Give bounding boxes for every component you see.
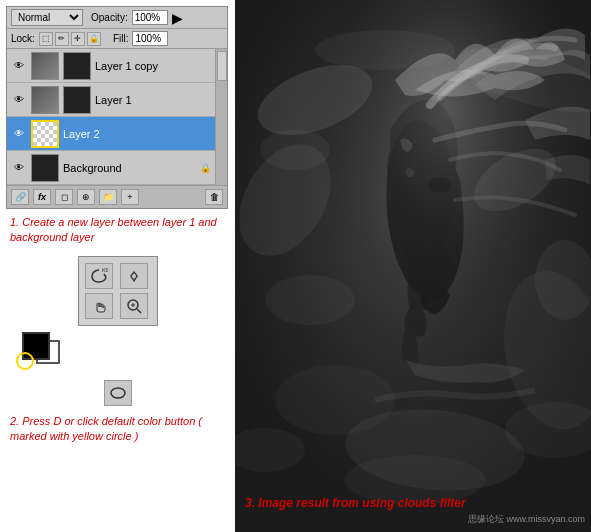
right-panel: 3. Image result from using clouds filter… — [235, 0, 591, 532]
ellipse-tool-btn[interactable] — [104, 380, 132, 406]
layer-row-1[interactable]: 👁 Layer 1 — [7, 83, 215, 117]
layer-mask-1 — [63, 86, 91, 114]
lock-all-btn[interactable]: 🔒 — [87, 32, 101, 46]
marquee-icon — [125, 267, 143, 285]
lock-position-btn[interactable]: ✛ — [71, 32, 85, 46]
delete-layer-btn[interactable]: 🗑 — [205, 189, 223, 205]
fill-input[interactable] — [132, 31, 168, 46]
eye-icon-copy[interactable]: 👁 — [11, 58, 27, 74]
layer-name-copy: Layer 1 copy — [95, 60, 211, 72]
layers-bottom-bar: 🔗 fx ◻ ⊕ 📁 + 🗑 — [7, 185, 227, 208]
layers-content: 👁 Layer 1 copy 👁 Layer 1 👁 Layer 2 — [7, 49, 227, 185]
left-panel: Normal Opacity: ▶ Lock: ⬚ ✏ ✛ 🔒 Fill: 👁 — [0, 0, 235, 532]
blend-mode-select[interactable]: Normal — [11, 9, 83, 26]
layer-row-bg[interactable]: 👁 Background 🔒 — [7, 151, 215, 185]
color-swatch-area — [10, 332, 225, 372]
opacity-input[interactable] — [132, 10, 168, 25]
layer-thumb-1 — [31, 86, 59, 114]
tools-panel: KB — [78, 256, 158, 326]
ellipse-icon — [109, 384, 127, 402]
lasso-icon: KB — [90, 267, 108, 285]
layer-name-2: Layer 2 — [63, 128, 211, 140]
link-layers-btn[interactable]: 🔗 — [11, 189, 29, 205]
zoom-tool-btn[interactable] — [120, 293, 148, 319]
eye-icon-2[interactable]: 👁 — [11, 126, 27, 142]
zoom-icon — [125, 297, 143, 315]
layer-thumb-copy — [31, 52, 59, 80]
group-btn[interactable]: 📁 — [99, 189, 117, 205]
lock-icon-bg: 🔒 — [200, 163, 211, 173]
opacity-label: Opacity: — [91, 12, 128, 23]
image-caption: 3. Image result from using clouds filter — [245, 495, 466, 512]
layer-mask-copy — [63, 52, 91, 80]
lock-icons: ⬚ ✏ ✛ 🔒 — [39, 32, 101, 46]
layer-thumb-2 — [31, 120, 59, 148]
layers-rows: 👁 Layer 1 copy 👁 Layer 1 👁 Layer 2 — [7, 49, 215, 185]
eye-icon-1[interactable]: 👁 — [11, 92, 27, 108]
watermark: 思缘论坛 www.missvyan.com — [468, 513, 585, 526]
svg-text:KB: KB — [102, 267, 108, 273]
layer-name-bg: Background — [63, 162, 196, 174]
caption-text: 3. Image result from using clouds filter — [245, 496, 466, 510]
mask-btn[interactable]: ◻ — [55, 189, 73, 205]
hand-tool-btn[interactable] — [85, 293, 113, 319]
scroll-thumb[interactable] — [217, 51, 227, 81]
layer-thumb-bg — [31, 154, 59, 182]
fill-label: Fill: — [113, 33, 129, 44]
layers-scrollbar[interactable] — [215, 49, 227, 185]
hand-icon — [90, 297, 108, 315]
eye-icon-bg[interactable]: 👁 — [11, 160, 27, 176]
layer-name-1: Layer 1 — [95, 94, 211, 106]
layers-second-bar: Lock: ⬚ ✏ ✛ 🔒 Fill: — [7, 29, 227, 49]
new-layer-btn[interactable]: + — [121, 189, 139, 205]
instruction-1: 1. Create a new layer between layer 1 an… — [6, 215, 229, 246]
svg-line-3 — [137, 309, 141, 313]
marquee-tool-btn[interactable] — [120, 263, 148, 289]
layers-panel: Normal Opacity: ▶ Lock: ⬚ ✏ ✛ 🔒 Fill: 👁 — [6, 6, 228, 209]
layer-row-2[interactable]: 👁 Layer 2 — [7, 117, 215, 151]
layers-top-bar: Normal Opacity: ▶ — [7, 7, 227, 29]
lock-transparent-btn[interactable]: ⬚ — [39, 32, 53, 46]
svg-point-6 — [111, 388, 125, 398]
smoke-face-image — [235, 0, 591, 532]
svg-rect-25 — [235, 0, 591, 532]
expand-icon[interactable]: ▶ — [172, 10, 183, 26]
lasso-tool-btn[interactable]: KB — [85, 263, 113, 289]
adjustment-btn[interactable]: ⊕ — [77, 189, 95, 205]
lock-label: Lock: — [11, 33, 35, 44]
yellow-circle-indicator — [16, 352, 34, 370]
tools-panel-wrapper: KB — [6, 256, 229, 406]
layer-row-copy[interactable]: 👁 Layer 1 copy — [7, 49, 215, 83]
fx-btn[interactable]: fx — [33, 189, 51, 205]
instruction-2: 2. Press D or click default color button… — [6, 414, 229, 445]
lock-pixels-btn[interactable]: ✏ — [55, 32, 69, 46]
